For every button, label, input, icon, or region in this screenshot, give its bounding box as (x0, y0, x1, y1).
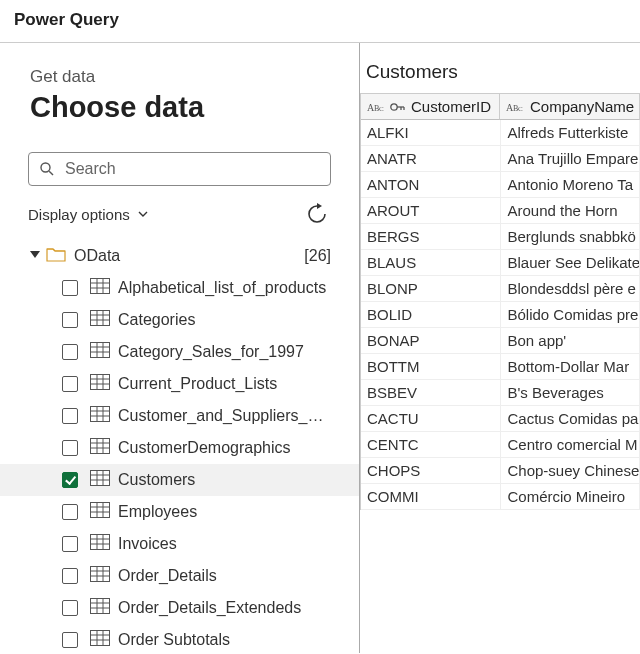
checkbox[interactable] (62, 344, 78, 360)
svg-rect-53 (91, 599, 110, 614)
table-icon (90, 406, 110, 426)
table-cell: Alfreds Futterkiste (501, 120, 640, 146)
table-row[interactable]: AROUTAround the Horn (361, 198, 640, 224)
table-cell: Around the Horn (501, 198, 640, 224)
table-cell: BLAUS (361, 250, 501, 276)
display-options-label: Display options (28, 206, 130, 223)
table-cell: BOTTM (361, 354, 501, 380)
checkbox[interactable] (62, 600, 78, 616)
table-row[interactable]: BOTTMBottom-Dollar Mar (361, 354, 640, 380)
table-row[interactable]: BLONPBlondesddsl père e (361, 276, 640, 302)
tree-item[interactable]: Alphabetical_list_of_products (0, 272, 359, 304)
tree-item[interactable]: Customer_and_Suppliers_by_... (0, 400, 359, 432)
table-row[interactable]: ANATRAna Trujillo Empare (361, 146, 640, 172)
table-cell: Antonio Moreno Ta (501, 172, 640, 198)
checkbox[interactable] (62, 376, 78, 392)
display-options[interactable]: Display options (28, 206, 303, 223)
tree-item[interactable]: CustomerDemographics (0, 432, 359, 464)
checkbox[interactable] (62, 632, 78, 648)
column-label: CompanyName (530, 98, 634, 115)
tree-item-label: Employees (118, 503, 197, 521)
table-cell: Ana Trujillo Empare (501, 146, 640, 172)
table-icon (90, 438, 110, 458)
tree-item[interactable]: Order Subtotals (0, 624, 359, 653)
refresh-button[interactable] (303, 200, 331, 228)
table-cell: CACTU (361, 406, 501, 432)
svg-rect-8 (91, 311, 110, 326)
table-row[interactable]: ALFKIAlfreds Futterkiste (361, 120, 640, 146)
table-cell: BERGS (361, 224, 501, 250)
checkbox[interactable] (62, 472, 78, 488)
table-cell: Bottom-Dollar Mar (501, 354, 640, 380)
checkbox[interactable] (62, 568, 78, 584)
table-row[interactable]: BLAUSBlauer See Delikate (361, 250, 640, 276)
folder-icon (46, 246, 66, 266)
column-header[interactable]: ABCCustomerID (361, 94, 500, 120)
tree-item[interactable]: Category_Sales_for_1997 (0, 336, 359, 368)
table-row[interactable]: CHOPSChop-suey Chinese (361, 458, 640, 484)
table-cell: Chop-suey Chinese (501, 458, 640, 484)
preview-title: Customers (366, 61, 640, 83)
tree-root-odata[interactable]: OData [26] (0, 242, 359, 270)
table-cell: BOLID (361, 302, 501, 328)
svg-rect-33 (91, 471, 110, 486)
table-icon (90, 470, 110, 490)
type-icon: ABC (367, 100, 409, 114)
table-icon (90, 502, 110, 522)
tree-item[interactable]: Invoices (0, 528, 359, 560)
table-row[interactable]: BONAPBon app' (361, 328, 640, 354)
svg-rect-38 (91, 503, 110, 518)
table-row[interactable]: CACTUCactus Comidas pa (361, 406, 640, 432)
checkbox[interactable] (62, 504, 78, 520)
search-box[interactable] (28, 152, 331, 186)
chevron-down-icon (136, 207, 150, 221)
table-row[interactable]: BERGSBerglunds snabbkö (361, 224, 640, 250)
tree-item[interactable]: Customers (0, 464, 359, 496)
search-input[interactable] (63, 159, 320, 179)
table-cell: COMMI (361, 484, 501, 510)
checkbox[interactable] (62, 280, 78, 296)
svg-rect-48 (91, 567, 110, 582)
table-cell: Berglunds snabbkö (501, 224, 640, 250)
table-cell: BLONP (361, 276, 501, 302)
table-cell: Comércio Mineiro (501, 484, 640, 510)
caret-down-icon (28, 251, 42, 261)
table-cell: CENTC (361, 432, 501, 458)
checkbox[interactable] (62, 536, 78, 552)
checkbox[interactable] (62, 312, 78, 328)
tree-item-label: Alphabetical_list_of_products (118, 279, 326, 297)
tree-item-label: Customers (118, 471, 195, 489)
tree-item[interactable]: Order_Details (0, 560, 359, 592)
checkbox[interactable] (62, 408, 78, 424)
refresh-icon (306, 203, 328, 225)
tree-item[interactable]: Categories (0, 304, 359, 336)
table-icon (90, 630, 110, 650)
svg-text:C: C (379, 105, 384, 113)
tree-item[interactable]: Order_Details_Extendeds (0, 592, 359, 624)
column-header[interactable]: ABCCompanyName (500, 94, 640, 120)
table-cell: Centro comercial M (501, 432, 640, 458)
checkbox[interactable] (62, 440, 78, 456)
table-cell: Blauer See Delikate (501, 250, 640, 276)
svg-rect-43 (91, 535, 110, 550)
table-cell: Blondesddsl père e (501, 276, 640, 302)
svg-rect-3 (91, 279, 110, 294)
table-row[interactable]: BOLIDBólido Comidas pre (361, 302, 640, 328)
column-label: CustomerID (411, 98, 491, 115)
table-cell: ANATR (361, 146, 501, 172)
table-cell: ANTON (361, 172, 501, 198)
data-grid: ABCCustomerIDABCCompanyName ALFKIAlfreds… (360, 93, 640, 510)
table-cell: Cactus Comidas pa (501, 406, 640, 432)
table-row[interactable]: BSBEVB's Beverages (361, 380, 640, 406)
table-icon (90, 342, 110, 362)
table-row[interactable]: COMMIComércio Mineiro (361, 484, 640, 510)
table-row[interactable]: CENTCCentro comercial M (361, 432, 640, 458)
table-row[interactable]: ANTONAntonio Moreno Ta (361, 172, 640, 198)
tree-item[interactable]: Current_Product_Lists (0, 368, 359, 400)
tree-item-label: CustomerDemographics (118, 439, 291, 457)
tree-item-label: Current_Product_Lists (118, 375, 277, 393)
tree-item-label: Invoices (118, 535, 177, 553)
tree-item[interactable]: Employees (0, 496, 359, 528)
table-cell: BSBEV (361, 380, 501, 406)
table-cell: B's Beverages (501, 380, 640, 406)
